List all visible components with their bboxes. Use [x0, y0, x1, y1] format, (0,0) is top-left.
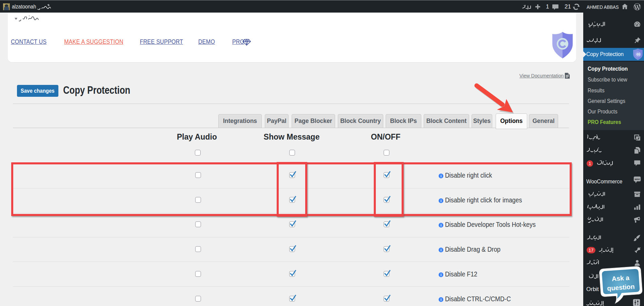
svg-text:woo: woo — [634, 178, 640, 181]
svg-text:Ask a: Ask a — [611, 274, 630, 283]
